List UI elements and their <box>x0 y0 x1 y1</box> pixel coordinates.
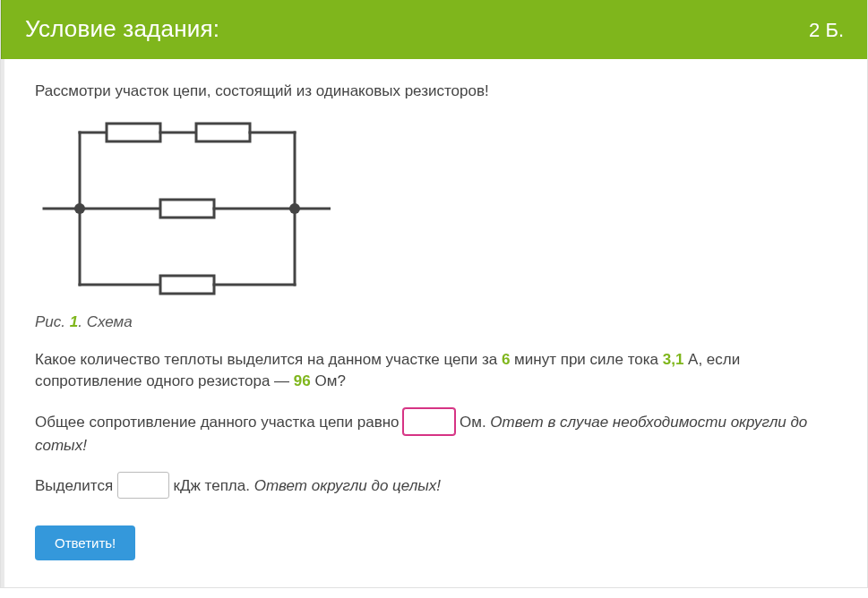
caption-number: 1 <box>70 313 78 330</box>
a2-hint: Ответ округли до целых! <box>254 477 441 494</box>
circuit-diagram <box>35 115 331 303</box>
caption-prefix: Рис. <box>35 313 65 330</box>
svg-rect-14 <box>160 276 214 294</box>
answer-line-heat: Выделится кДж тепла. Ответ округли до це… <box>35 472 844 499</box>
a1-prefix: Общее сопротивление данного участка цепи… <box>35 413 403 430</box>
figure-caption: Рис. 1. Схема <box>35 312 844 333</box>
circuit-figure <box>35 115 844 303</box>
submit-button[interactable]: Ответить! <box>35 525 135 560</box>
q-part4: Ом? <box>311 372 346 389</box>
heat-input[interactable] <box>117 472 169 499</box>
a2-unit: кДж тепла. <box>174 477 254 494</box>
task-body: Рассмотри участок цепи, состоящий из оди… <box>1 59 867 587</box>
header-title: Условие задания: <box>25 13 219 45</box>
intro-text: Рассмотри участок цепи, состоящий из оди… <box>35 81 844 102</box>
q-part1: Какое количество теплоты выделится на да… <box>35 351 502 368</box>
answer-line-resistance: Общее сопротивление данного участка цепи… <box>35 408 844 457</box>
q-resistance: 96 <box>294 372 311 389</box>
task-card: Условие задания: 2 Б. Рассмотри участок … <box>0 0 868 588</box>
caption-suffix: . Схема <box>78 313 132 330</box>
svg-rect-9 <box>196 124 250 141</box>
q-current: 3,1 <box>663 351 684 368</box>
q-part2: минут при силе тока <box>510 351 662 368</box>
a1-unit: Ом. <box>460 413 490 430</box>
task-header: Условие задания: 2 Б. <box>1 0 867 59</box>
svg-rect-7 <box>107 124 160 141</box>
a2-prefix: Выделится <box>35 477 117 494</box>
svg-point-17 <box>74 203 85 214</box>
svg-point-18 <box>289 203 300 214</box>
header-points: 2 Б. <box>809 17 844 45</box>
q-time: 6 <box>502 351 510 368</box>
svg-rect-3 <box>160 200 214 218</box>
question-text: Какое количество теплоты выделится на да… <box>35 349 844 392</box>
resistance-input[interactable] <box>403 408 455 435</box>
